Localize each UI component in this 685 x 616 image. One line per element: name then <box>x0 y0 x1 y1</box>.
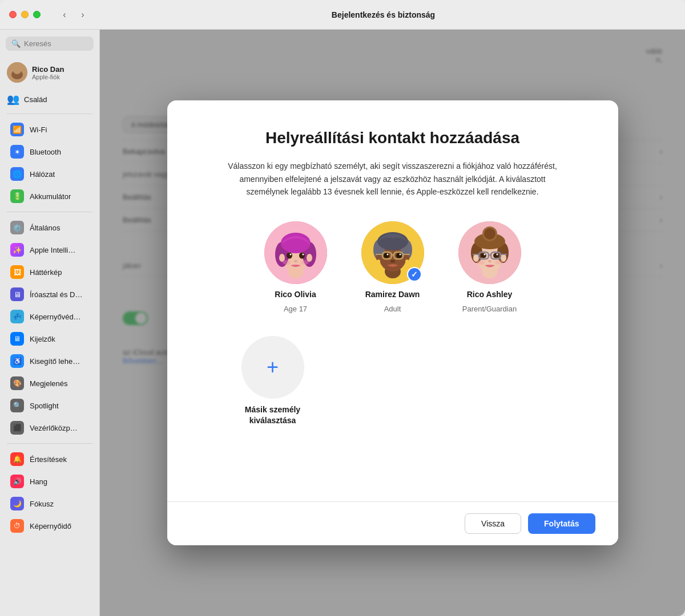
svg-point-46 <box>473 254 479 262</box>
sidebar-label-kijelzok: Kijelzők <box>30 335 55 343</box>
svg-point-47 <box>501 254 506 262</box>
user-info: Rico Dan Apple-fiók <box>32 65 64 80</box>
modal-dialog: Helyreállítási kontakt hozzáadása Válass… <box>167 100 618 545</box>
sidebar-item-family[interactable]: 👥 Család <box>0 90 99 109</box>
family-label: Család <box>24 95 47 104</box>
search-box[interactable]: 🔍 <box>6 37 94 51</box>
sidebar-label-fokusz: Fókusz <box>30 500 54 508</box>
notifications-icon: 🔔 <box>10 452 24 466</box>
desktop-icon: 🖥 <box>10 287 24 301</box>
back-button[interactable]: Vissza <box>465 513 521 534</box>
general-icon: ⚙️ <box>10 221 24 234</box>
add-icon: + <box>267 355 279 379</box>
nav-back-button[interactable]: ‹ <box>57 7 72 23</box>
svg-point-57 <box>488 260 491 262</box>
svg-point-12 <box>299 252 305 258</box>
sidebar-item-hatterke[interactable]: 🖼 Háttérkép <box>3 261 96 283</box>
svg-point-27 <box>396 253 402 258</box>
network-icon: 🌐 <box>10 167 24 181</box>
sidebar-label-kisegito: Kisegítő lehe… <box>30 357 80 366</box>
content-area: 🔍 Rico Dan Apple-fiók <box>0 30 685 616</box>
sidebar-item-vezerlokozp[interactable]: ⬛ Vezérlőközp… <box>3 417 96 439</box>
contact-avatar-wrap-olivia <box>264 221 327 284</box>
svg-point-49 <box>493 253 499 258</box>
contact-role-dawn: Adult <box>384 305 401 313</box>
user-section[interactable]: Rico Dan Apple-fiók <box>0 58 99 87</box>
sidebar-item-fokusz[interactable]: 🌙 Fókusz <box>3 493 96 514</box>
minimize-button[interactable] <box>21 11 29 18</box>
sidebar-item-megjelenes[interactable]: 🎨 Megjelenés <box>3 372 96 394</box>
svg-point-10 <box>307 254 312 262</box>
sidebar-item-kepernyo-ido[interactable]: ⏱ Képernyőidő <box>3 515 96 537</box>
sidebar-item-hang[interactable]: 🔊 Hang <box>3 471 96 492</box>
sidebar-label-akkumulator: Akkumulátor <box>30 192 71 201</box>
sidebar-divider-3 <box>7 443 92 444</box>
sidebar-item-kijelzok[interactable]: 🖥 Kijelzők <box>3 328 96 350</box>
sidebar-item-altalanos[interactable]: ⚙️ Általános <box>3 217 96 238</box>
sidebar-item-kepernyo[interactable]: 💤 Képernyővéd… <box>3 306 96 327</box>
contact-name-olivia: Rico Olivia <box>275 290 316 299</box>
sidebar-item-bluetooth[interactable]: ✴ Bluetooth <box>3 141 96 163</box>
contact-item-ashley[interactable]: Rico Ashley Parent/Guardian <box>453 221 527 313</box>
displays-icon: 🖥 <box>10 332 24 346</box>
svg-point-58 <box>477 260 485 265</box>
contact-role-ashley: Parent/Guardian <box>462 305 517 313</box>
add-person-label: Másik személykiválasztása <box>245 404 300 427</box>
svg-point-16 <box>283 260 291 265</box>
accessibility-icon: ♿ <box>10 354 24 368</box>
mac-window: ‹ › Bejelentkezés és biztonság 🔍 <box>0 0 685 616</box>
spotlight-icon: 🔍 <box>10 399 24 412</box>
sidebar-item-apple-intelli[interactable]: ✨ Apple Intelli… <box>3 239 96 261</box>
add-other-person-item[interactable]: + Másik személykiválasztása <box>236 336 310 427</box>
traffic-lights <box>9 11 41 18</box>
contact-item-olivia[interactable]: Rico Olivia Age 17 <box>259 221 333 313</box>
sidebar-label-irodasztal: Íróasztal és D… <box>30 290 82 299</box>
sidebar-item-ertesitesek[interactable]: 🔔 Értesítések <box>3 448 96 470</box>
svg-point-48 <box>481 253 486 258</box>
contact-item-dawn[interactable]: ✓ Ramirez Dawn Adult <box>356 221 430 313</box>
maximize-button[interactable] <box>33 11 41 18</box>
nav-forward-button[interactable]: › <box>75 7 91 23</box>
search-input[interactable] <box>24 39 88 48</box>
contact-avatar-wrap-dawn: ✓ <box>361 221 424 284</box>
svg-point-13 <box>289 253 291 255</box>
sidebar-item-wifi[interactable]: 📶 Wi-Fi <box>3 119 96 140</box>
modal-footer: Vissza Folytatás <box>167 501 618 545</box>
svg-point-11 <box>287 252 292 258</box>
svg-point-45 <box>484 228 495 240</box>
main-panel: vább n, ó módosítása Bekapcsolva › jelsz… <box>100 30 685 616</box>
bluetooth-icon: ✴ <box>10 145 24 159</box>
control-center-icon: ⬛ <box>10 421 24 435</box>
nav-buttons: ‹ › <box>57 7 91 23</box>
sidebar-item-halozat[interactable]: 🌐 Hálózat <box>3 163 96 185</box>
sidebar-item-akkumulator[interactable]: 🔋 Akkumulátor <box>3 185 96 207</box>
sidebar-label-megjelenes: Megjelenés <box>30 379 68 388</box>
sidebar-item-spotlight[interactable]: 🔍 Spotlight <box>3 395 96 416</box>
modal-title: Helyreállítási kontakt hozzáadása <box>202 128 584 148</box>
user-sub: Apple-fiók <box>32 74 64 80</box>
sidebar-item-irodasztal[interactable]: 🖥 Íróasztal és D… <box>3 283 96 305</box>
add-person-circle[interactable]: + <box>241 336 304 399</box>
sidebar-item-kisegito[interactable]: ♿ Kisegítő lehe… <box>3 350 96 372</box>
svg-point-26 <box>384 253 389 258</box>
sidebar-label-ai: Apple Intelli… <box>30 246 75 254</box>
title-bar: ‹ › Bejelentkezés és biztonság <box>0 0 685 30</box>
svg-point-37 <box>405 260 409 263</box>
svg-point-2 <box>13 66 21 74</box>
wallpaper-icon: 🖼 <box>10 265 24 279</box>
svg-point-28 <box>386 253 388 255</box>
sidebar-label-hatterke: Háttérkép <box>30 268 62 277</box>
continue-button[interactable]: Folytatás <box>528 513 595 534</box>
modal-body: Helyreállítási kontakt hozzáadása Válass… <box>167 100 618 501</box>
wifi-icon: 📶 <box>10 123 24 136</box>
svg-point-51 <box>496 253 498 255</box>
screensaver-icon: 💤 <box>10 310 24 323</box>
modal-overlay: Helyreállítási kontakt hozzáadása Válass… <box>100 30 685 616</box>
sidebar-label-ertesitesek: Értesítések <box>30 455 67 464</box>
contact-role-olivia: Age 17 <box>284 305 307 313</box>
sidebar-divider <box>7 114 92 114</box>
contact-name-dawn: Ramirez Dawn <box>365 290 420 299</box>
family-icon: 👥 <box>7 93 19 106</box>
close-button[interactable] <box>9 11 17 18</box>
sidebar-label-vezerlokozp: Vezérlőközp… <box>30 424 78 432</box>
